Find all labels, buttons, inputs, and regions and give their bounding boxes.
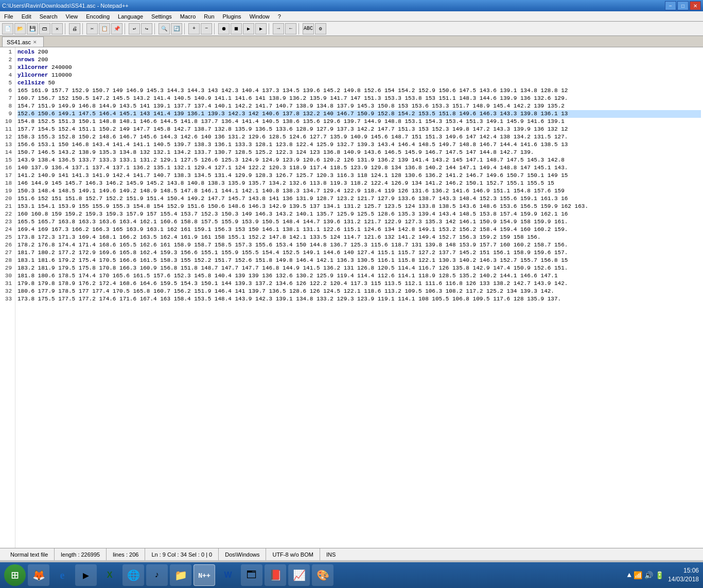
taskbar-chrome[interactable]: 🌐 bbox=[122, 564, 144, 586]
editor-line: 169.4 169 167.3 166.2 166.3 165 163.9 16… bbox=[17, 226, 701, 234]
taskbar-mediaplayer[interactable]: ▶ bbox=[75, 564, 97, 586]
outdent-button[interactable]: ← bbox=[285, 23, 296, 34]
macro-rec-button[interactable]: ⏺ bbox=[218, 23, 230, 34]
taskbar-notepadpp[interactable]: N++ bbox=[194, 564, 215, 586]
line-number: 23 bbox=[3, 218, 12, 226]
taskbar-grooveshark[interactable]: ♪ bbox=[146, 564, 168, 586]
editor-line: 150.3 148.4 148.5 149.1 149.6 149.2 148.… bbox=[17, 187, 701, 195]
save-all-button[interactable]: 🗃 bbox=[39, 23, 50, 34]
menu-bar: File Edit Search View Encoding Language … bbox=[0, 11, 703, 22]
line-number: 17 bbox=[3, 172, 12, 180]
line-number: 7 bbox=[3, 95, 12, 102]
tray-battery[interactable]: 🔋 bbox=[655, 571, 664, 580]
line-number: 27 bbox=[3, 249, 12, 257]
menu-macro[interactable]: Macro bbox=[176, 11, 200, 21]
window-controls: − □ ✕ bbox=[665, 1, 701, 10]
tab-label: SS41.asc bbox=[7, 39, 31, 45]
tab-bar: SS41.asc ✕ bbox=[0, 36, 703, 47]
editor-line: 143.9 138.4 136.5 133.7 133.3 133.1 131.… bbox=[17, 156, 701, 164]
editor-content[interactable]: ncols 200nrows 200xllcorner 240000yllcor… bbox=[15, 47, 703, 548]
taskbar-paint[interactable]: 🎨 bbox=[312, 564, 333, 586]
macro-play-button[interactable]: ▶ bbox=[243, 23, 254, 34]
editor-line: 183.2 181.9 179.5 175.8 170.8 166.3 160.… bbox=[17, 264, 701, 272]
line-number: 2 bbox=[3, 56, 12, 64]
close-button-tb[interactable]: ✕ bbox=[51, 23, 63, 34]
tray-network[interactable]: 📶 bbox=[634, 571, 642, 580]
line-number: 21 bbox=[3, 203, 12, 210]
editor-container: 1234567891011121314151617181920212223242… bbox=[0, 47, 703, 548]
line-number: 12 bbox=[3, 133, 12, 141]
run-button[interactable]: ▶ bbox=[255, 23, 267, 34]
line-number: 20 bbox=[3, 195, 12, 203]
line-number: 26 bbox=[3, 241, 12, 249]
replace-button[interactable]: 🔄 bbox=[171, 23, 182, 34]
zoom-out-button[interactable]: − bbox=[201, 23, 212, 34]
line-number: 11 bbox=[3, 126, 12, 133]
taskbar-ie[interactable]: e bbox=[51, 564, 73, 586]
line-number: 29 bbox=[3, 264, 12, 272]
print-button[interactable]: 🖨 bbox=[69, 23, 80, 34]
toolbar: 📄 📂 💾 🗃 ✕ 🖨 ✂ 📋 📌 ↩ ↪ 🔍 🔄 + − ⏺ ⏹ ▶ ▶ → … bbox=[0, 22, 703, 36]
editor-line: yllcorner 110000 bbox=[17, 72, 701, 79]
taskbar-word[interactable]: W bbox=[217, 564, 239, 586]
status-lines: lines : 206 bbox=[107, 548, 145, 560]
status-bar: Normal text file length : 226995 lines :… bbox=[0, 548, 703, 560]
taskbar-excel[interactable]: X bbox=[99, 564, 120, 586]
find-button[interactable]: 🔍 bbox=[159, 23, 170, 34]
start-button[interactable]: ⊞ bbox=[4, 564, 26, 586]
taskbar-explorer[interactable]: 📁 bbox=[170, 564, 191, 586]
line-number: 1 bbox=[3, 48, 12, 56]
editor-line: 178.2 176.8 174.4 171.4 168.6 165.5 162.… bbox=[17, 241, 701, 249]
menu-plugins[interactable]: Plugins bbox=[219, 11, 245, 21]
macro-stop-button[interactable]: ⏹ bbox=[231, 23, 242, 34]
taskbar-firefox[interactable]: 🦊 bbox=[28, 564, 49, 586]
menu-search[interactable]: Search bbox=[36, 11, 62, 21]
open-button[interactable]: 📂 bbox=[14, 23, 26, 34]
status-ins: INS bbox=[320, 548, 342, 560]
title-text: C:\Users\Ravin\Downloads\SS41.asc - Note… bbox=[2, 3, 129, 9]
status-eol: Dos\Windows bbox=[219, 548, 266, 560]
spell-button[interactable]: ABC bbox=[303, 23, 314, 34]
menu-edit[interactable]: Edit bbox=[17, 11, 36, 21]
menu-file[interactable]: File bbox=[0, 11, 17, 21]
editor-line: 160.7 156.7 152 150.5 147.2 145.5 143.2 … bbox=[17, 95, 701, 102]
taskbar-chart[interactable]: 📈 bbox=[288, 564, 310, 586]
tab-ss41[interactable]: SS41.asc ✕ bbox=[2, 37, 44, 47]
editor-line: 173.8 172.3 171.3 169.4 168.1 166.2 163.… bbox=[17, 234, 701, 241]
tab-close-icon[interactable]: ✕ bbox=[33, 40, 37, 45]
status-encoding: UTF-8 w/o BOM bbox=[266, 548, 320, 560]
tray-arrow[interactable]: ▲ bbox=[627, 571, 631, 579]
cut-button[interactable]: ✂ bbox=[86, 23, 98, 34]
maximize-button[interactable]: □ bbox=[677, 1, 689, 10]
minimize-button[interactable]: − bbox=[665, 1, 676, 10]
redo-button[interactable]: ↪ bbox=[141, 23, 152, 34]
line-number: 4 bbox=[3, 72, 12, 79]
line-number: 10 bbox=[3, 118, 12, 126]
taskbar-window[interactable]: 🗔 bbox=[241, 564, 262, 586]
menu-settings[interactable]: Settings bbox=[147, 11, 176, 21]
editor-line: ncols 200 bbox=[17, 48, 701, 56]
extra-button[interactable]: ⚙ bbox=[315, 23, 326, 34]
indent-button[interactable]: → bbox=[273, 23, 284, 34]
copy-button[interactable]: 📋 bbox=[99, 23, 110, 34]
taskbar-clock[interactable]: 15:06 14/03/2018 bbox=[668, 566, 699, 584]
editor-line: 173.8 175.5 177.5 177.2 174.6 171.6 167.… bbox=[17, 295, 701, 303]
taskbar-pdf[interactable]: 📕 bbox=[265, 564, 286, 586]
close-button[interactable]: ✕ bbox=[690, 1, 701, 10]
paste-button[interactable]: 📌 bbox=[111, 23, 122, 34]
menu-language[interactable]: Language bbox=[114, 11, 147, 21]
undo-button[interactable]: ↩ bbox=[129, 23, 140, 34]
taskbar: ⊞ 🦊 e ▶ X 🌐 ♪ 📁 N++ W 🗔 📕 📈 🎨 ▲ 📶 🔊 🔋 15… bbox=[0, 562, 703, 588]
zoom-in-button[interactable]: + bbox=[188, 23, 200, 34]
tray-icons: ▲ 📶 🔊 🔋 bbox=[627, 571, 664, 580]
new-button[interactable]: 📄 bbox=[2, 23, 13, 34]
menu-view[interactable]: View bbox=[62, 11, 82, 21]
editor-line: 151.6 152 151 151.8 152.7 152.2 151.9 15… bbox=[17, 195, 701, 203]
menu-window[interactable]: Window bbox=[245, 11, 274, 21]
menu-encoding[interactable]: Encoding bbox=[82, 11, 114, 21]
save-button[interactable]: 💾 bbox=[27, 23, 38, 34]
separator-2 bbox=[82, 23, 84, 34]
menu-help[interactable]: ? bbox=[274, 11, 285, 21]
menu-run[interactable]: Run bbox=[200, 11, 218, 21]
tray-volume[interactable]: 🔊 bbox=[644, 571, 653, 580]
